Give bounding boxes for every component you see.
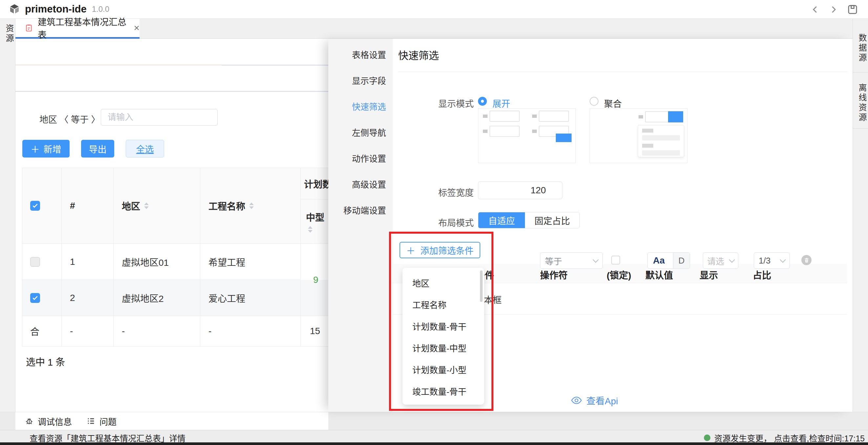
eye-icon xyxy=(571,396,582,404)
sort-icons-project[interactable] xyxy=(249,202,254,209)
dropdown-scrollbar[interactable] xyxy=(480,271,483,302)
export-button[interactable]: 导出 xyxy=(81,140,114,158)
data-table: # 地区 工程名称 计划数量 中型 1 虚拟地区01 希望工程 2 xyxy=(22,168,328,347)
default-value-input[interactable]: Aa D xyxy=(647,252,690,269)
debug-info-button[interactable]: 调试信息 xyxy=(25,415,72,427)
nav-back-icon[interactable] xyxy=(810,5,820,14)
menu-item-advanced-settings[interactable]: 高级设置 xyxy=(328,171,393,197)
menu-item-mobile-settings[interactable]: 移动端设置 xyxy=(328,197,393,223)
select-all-button[interactable]: 全选 xyxy=(126,140,164,158)
radio-expand[interactable] xyxy=(478,97,487,106)
default-value-text[interactable]: Aa xyxy=(648,253,673,268)
menu-item-action-settings[interactable]: 动作设置 xyxy=(328,145,393,171)
region-filter-input[interactable] xyxy=(101,109,218,126)
header-default: 默认值 xyxy=(645,268,673,281)
lock-checkbox[interactable] xyxy=(611,256,620,264)
dropdown-item-region[interactable]: 地区 xyxy=(402,272,484,293)
aggregate-mode-preview[interactable] xyxy=(590,108,687,163)
tab-summary-table[interactable]: 建筑工程基本情况汇总表 × xyxy=(16,19,140,39)
table-row[interactable]: 2 虚拟地区2 爱心工程 xyxy=(22,280,328,316)
delete-condition-icon[interactable] xyxy=(801,255,811,265)
menu-item-left-nav[interactable]: 左侧导航 xyxy=(328,119,393,145)
segment-adaptive[interactable]: 自适应 xyxy=(478,212,525,228)
form-document-icon xyxy=(25,23,33,32)
radio-aggregate-label[interactable]: 聚合 xyxy=(604,97,622,109)
table-row[interactable]: 1 虚拟地区01 希望工程 xyxy=(22,244,328,280)
rail-item-offline[interactable]: 离线资源 xyxy=(853,78,868,128)
layout-mode-label: 布局模式 xyxy=(393,216,474,229)
status-bar: 查看资源「建筑工程基本情况汇总表」详情 资源发生变更， 点击查看,检查时间:17… xyxy=(0,430,868,442)
plus-icon: ＋ xyxy=(406,244,415,257)
default-value-addon[interactable]: D xyxy=(673,253,690,268)
menu-item-table-settings[interactable]: 表格设置 xyxy=(328,41,393,67)
app-logo-icon xyxy=(8,3,20,15)
sort-icons-region[interactable] xyxy=(144,202,149,209)
form-designer-canvas: 地区 〈 等于 〉 ＋ 新增 导出 全选 # 地区 工程名称 计划数量 中型 xyxy=(16,39,328,412)
dropdown-item-done-backbone[interactable]: 竣工数量-骨干 xyxy=(402,380,484,402)
save-icon[interactable] xyxy=(847,4,858,15)
ratio-select[interactable]: 1/3 xyxy=(754,252,790,269)
segment-fixed-ratio[interactable]: 固定占比 xyxy=(525,212,580,228)
col-index: # xyxy=(70,200,75,211)
radio-expand-label[interactable]: 展开 xyxy=(492,97,510,109)
window-bottom-edge xyxy=(0,442,868,445)
add-row-button[interactable]: ＋ 新增 xyxy=(22,140,70,158)
canvas-divider-1 xyxy=(222,65,328,66)
field-dropdown: 地区 工程名称 计划数量-骨干 计划数量-中型 计划数量-小型 竣工数量-骨干 xyxy=(402,268,484,405)
dropdown-item-plan-backbone[interactable]: 计划数量-骨干 xyxy=(402,315,484,337)
status-message: 查看资源「建筑工程基本情况汇总表」详情 xyxy=(30,432,185,444)
rail-item-datasource[interactable]: 数据源 xyxy=(853,24,868,72)
title-bar: primeton-ide 1.0.0 xyxy=(0,0,868,19)
resource-change-notice[interactable]: 资源发生变更， 点击查看,检查时间:17:15 xyxy=(704,432,865,444)
label-width-input[interactable] xyxy=(478,182,562,199)
col-plan-group: 计划数量 xyxy=(301,168,328,199)
merged-plan-mid-value: 9 xyxy=(301,244,328,316)
display-mode-label: 显示模式 xyxy=(393,97,474,109)
header-operator: 操作符 xyxy=(540,268,568,281)
tab-title: 建筑工程基本情况汇总表 xyxy=(38,15,128,41)
panel-divider xyxy=(398,71,847,72)
view-api-link[interactable]: 查看Api xyxy=(571,394,618,407)
selection-count: 选中 1 条 xyxy=(26,354,65,368)
col-region: 地区 xyxy=(122,199,140,212)
dropdown-item-plan-small[interactable]: 计划数量-小型 xyxy=(402,358,484,380)
right-rail: 数据源 离线资源 xyxy=(852,19,868,430)
table-header-row: # 地区 工程名称 计划数量 中型 xyxy=(22,168,328,244)
operator-select[interactable]: 等于 xyxy=(540,252,603,269)
rail-item-resources[interactable]: 资源 xyxy=(0,24,15,44)
table-summary-row: 合 - - - 15 xyxy=(22,316,328,346)
dropdown-item-project[interactable]: 工程名称 xyxy=(402,293,484,315)
app-version: 1.0.0 xyxy=(92,5,109,14)
add-filter-condition-button[interactable]: ＋ 添加筛选条件 xyxy=(400,242,480,258)
header-display: 显示 xyxy=(700,268,718,281)
bottom-panel-bar: 调试信息 问题 xyxy=(0,412,868,430)
row2-checkbox[interactable] xyxy=(30,293,40,303)
expand-mode-preview[interactable] xyxy=(478,108,576,163)
problems-button[interactable]: 问题 xyxy=(86,415,117,427)
summary-plan-mid-value: 15 xyxy=(301,316,328,346)
row1-checkbox[interactable] xyxy=(30,257,40,267)
plus-icon: ＋ xyxy=(31,142,40,155)
col-project: 工程名称 xyxy=(209,199,245,212)
app-name: primeton-ide xyxy=(25,3,87,15)
label-width-label: 标签宽度 xyxy=(393,186,474,198)
list-icon xyxy=(86,416,96,426)
nav-forward-icon[interactable] xyxy=(829,5,838,14)
radio-aggregate[interactable] xyxy=(590,97,598,106)
bug-icon xyxy=(25,416,34,426)
col-plan-mid: 中型 xyxy=(306,210,328,223)
canvas-divider-pink xyxy=(16,65,222,65)
region-filter-label: 地区 〈 等于 〉 xyxy=(39,113,100,125)
tab-close-icon[interactable]: × xyxy=(134,22,140,33)
menu-item-quick-filter[interactable]: 快速筛选 xyxy=(328,93,393,119)
header-ratio: 占比 xyxy=(753,268,771,281)
settings-menu: 表格设置 显示字段 快速筛选 左侧导航 动作设置 高级设置 移动端设置 xyxy=(328,39,393,412)
tab-bar: 建筑工程基本情况汇总表 × xyxy=(16,19,852,39)
menu-item-display-fields[interactable]: 显示字段 xyxy=(328,67,393,93)
sort-icons-plan-mid[interactable] xyxy=(308,226,328,233)
select-all-checkbox[interactable] xyxy=(30,201,40,211)
display-select[interactable]: 请选 xyxy=(703,252,738,269)
dropdown-item-plan-mid[interactable]: 计划数量-中型 xyxy=(402,337,484,358)
canvas-divider-2 xyxy=(16,91,328,92)
label-width-stepper[interactable] xyxy=(478,182,562,199)
